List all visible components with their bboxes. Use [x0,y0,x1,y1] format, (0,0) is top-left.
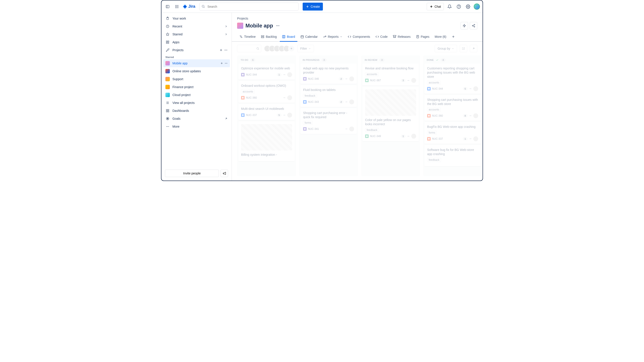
collapse-sidebar-icon[interactable] [164,3,171,10]
tab-more[interactable]: More (6) [432,32,448,42]
automation-button[interactable] [460,22,468,29]
assignee-filter[interactable]: + [264,45,295,52]
column-header[interactable]: DONE 4 [424,57,481,62]
svg-point-52 [472,25,473,26]
tab-pages[interactable]: Pages [414,32,432,42]
svg-rect-89 [304,101,306,103]
column-header[interactable]: TO DO6 [238,57,295,62]
jira-logo[interactable]: Jira [182,4,195,9]
nav-apps[interactable]: Apps [163,38,230,46]
user-avatar[interactable] [474,3,480,10]
story-points: 1 [277,73,282,76]
column-to-do: TO DO6Optimize experience for mobile web… [237,55,296,176]
releases-icon [393,35,396,38]
goals-icon [166,117,170,120]
group-by-button[interactable]: Group by [434,45,457,52]
tab-timeline[interactable]: Timeline [237,32,258,42]
board-search[interactable] [237,45,261,52]
issue-card[interactable]: Onboard workout options (OWO)accountsNUC… [238,81,295,103]
more-actions-icon[interactable] [275,23,280,28]
view-settings-button[interactable] [460,45,467,52]
tab-calendar[interactable]: Calendar [298,32,320,42]
tab-components[interactable]: Components [346,32,372,42]
chat-button[interactable]: Chat [427,3,444,10]
tab-releases[interactable]: Releases [390,32,412,42]
assignee-avatar[interactable] [349,127,354,131]
nav-your-work[interactable]: Your work [163,14,230,22]
search-input[interactable] [199,3,299,10]
assignee-avatar[interactable] [287,113,292,118]
issue-card[interactable]: Billing system integration - [238,122,295,161]
issue-card[interactable]: Customers reporting shopping cart purcha… [424,64,481,94]
priority-icon [345,127,348,131]
assignee-avatar[interactable] [473,86,478,91]
project-cloud-project[interactable]: Cloud project [163,91,230,99]
card-label: accounts [241,90,255,94]
tab-backlog[interactable]: Backlog [259,32,279,42]
assignee-avatar[interactable] [411,134,416,139]
feedback-button[interactable] [220,170,228,177]
svg-rect-83 [242,97,244,98]
invite-people-button[interactable]: Invite people [165,170,219,177]
issue-card[interactable]: Software bug fix for BG Web-store app cr… [424,145,481,166]
filter-button[interactable]: Filter [297,45,314,52]
project-icon [166,69,170,73]
app-switcher-icon[interactable] [173,3,180,10]
issue-card[interactable]: Shopping cart purchasing issues with the… [424,95,481,121]
column-header[interactable]: IN REVIEW3 [362,57,419,62]
nav-projects[interactable]: Projects [163,46,230,54]
issue-card[interactable]: Color of pale yellow on our pages looks … [362,87,419,141]
project-support[interactable]: Support [163,75,230,83]
add-icon[interactable] [220,62,223,65]
list-icon [166,101,170,105]
tab-code[interactable]: Code [373,32,390,42]
add-icon[interactable] [219,48,223,52]
view-all-projects[interactable]: View all projects [163,99,230,107]
column-header[interactable]: IN PROGRESS3 [300,57,357,62]
card-cover-image [365,89,416,116]
issue-key: NUC-360 [246,96,257,99]
create-button[interactable]: Create [303,3,323,10]
more-icon[interactable] [224,48,228,52]
assignee-avatar[interactable] [287,95,292,100]
assignee-avatar[interactable] [473,136,478,141]
issue-card[interactable]: Optimize experience for mobile webNUC-34… [238,64,295,80]
share-button[interactable] [470,22,477,29]
assignee-avatar[interactable] [349,100,354,104]
external-link-icon [224,117,228,120]
svg-rect-23 [168,41,169,42]
issue-type-icon [427,87,431,90]
help-icon[interactable] [455,3,462,10]
nav-starred[interactable]: Starred [163,30,230,38]
issue-card[interactable]: Shopping cart purchasing error - quick f… [300,108,357,134]
dashboards-nav[interactable]: Dashboards [163,107,230,115]
tab-board[interactable]: Board [280,32,297,42]
assignee-avatar[interactable] [411,78,416,83]
assignee-avatar[interactable] [349,76,354,81]
project-finance-project[interactable]: Finance project [163,83,230,91]
goals-nav[interactable]: Goals [163,115,230,123]
svg-point-48 [276,25,277,26]
settings-icon[interactable] [464,3,472,10]
issue-card[interactable]: Revise and streamline booking flowaccoun… [362,64,419,85]
issue-card[interactable]: Adapt web app no new payments providerNU… [300,64,357,84]
project-online-store-updates[interactable]: Online store updates [163,67,230,75]
add-view-button[interactable] [449,32,457,42]
breadcrumb[interactable]: Projects [232,13,482,21]
nav-recent[interactable]: Recent [163,22,230,30]
assignee-avatar[interactable] [473,113,478,118]
add-assignee-icon[interactable]: + [288,45,295,52]
issue-card[interactable]: BugFix BG Web-store app crashingformsNUC… [424,122,481,144]
issue-card[interactable]: Fluid booking on tabletsfeedbackNUC-3432 [300,85,357,107]
assignee-avatar[interactable] [287,72,292,77]
notifications-icon[interactable] [446,3,453,10]
more-icon[interactable] [224,62,228,65]
tab-reports[interactable]: Reports [321,32,345,42]
export-button[interactable] [470,45,477,52]
card-title: Customers reporting shopping cart purcha… [427,66,478,79]
issue-card[interactable]: Multi-dest search UI mobilewebNUC-3375 [238,104,295,120]
more-nav[interactable]: More [163,123,230,131]
components-icon [348,35,351,38]
project-mobile-app[interactable]: Mobile app [163,59,230,67]
svg-line-12 [204,7,204,8]
